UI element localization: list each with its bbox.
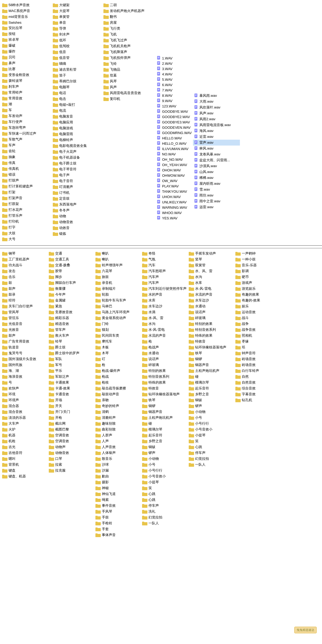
folder-item[interactable]: 水车边沙 xyxy=(141,303,186,309)
file-item[interactable]: WARNING.WAV xyxy=(156,205,192,210)
folder-item[interactable]: 洗礼 xyxy=(141,509,186,514)
folder-item[interactable]: 光效音 xyxy=(1,327,46,333)
folder-item[interactable]: 管车声 xyxy=(48,327,92,333)
folder-dongwuyinxiao[interactable]: 动物音效 xyxy=(52,219,101,225)
folder-dianziqinyinfu[interactable]: 电子琴音符 xyxy=(52,166,101,172)
folder-item[interactable]: 铁琴 xyxy=(188,350,232,356)
folder-item[interactable]: 淡淡的乐器 xyxy=(1,415,46,421)
file-item[interactable]: 风声.wav xyxy=(193,110,240,116)
folder-item[interactable]: 停车声 xyxy=(188,450,232,456)
folder-dajia[interactable]: 打架 xyxy=(1,189,51,195)
file-item[interactable]: OHOH.WAV xyxy=(156,167,192,173)
folder-chuanzhen[interactable]: 传真 xyxy=(1,160,51,166)
folder-item[interactable]: 铜器声音 xyxy=(141,409,186,415)
folder-item[interactable]: 混合音效 xyxy=(1,409,46,415)
folder-item[interactable]: 铜钹 xyxy=(188,397,232,403)
file-item[interactable]: 海风.wav xyxy=(193,128,240,134)
folder-item[interactable]: 钻环块橡枝器落地声 xyxy=(188,344,232,350)
folder-changyong1[interactable]: 常用铃声 xyxy=(1,90,51,95)
file-item[interactable]: ILUVUMAN.WAV xyxy=(156,146,192,151)
file-item[interactable]: 3.WAV xyxy=(156,66,192,71)
folder-boluo[interactable]: 拨铃波琴 xyxy=(1,78,51,84)
folder-item[interactable]: 清鹤 xyxy=(94,409,139,415)
folder-item[interactable]: 砖场音效 xyxy=(234,362,279,368)
folder-item[interactable]: 散音乐 xyxy=(94,456,139,462)
folder-item[interactable]: 光低音音 xyxy=(1,321,46,327)
folder-item[interactable]: 停车声 xyxy=(141,503,186,509)
folder-item[interactable]: 背景机 xyxy=(1,462,46,468)
folder-item[interactable]: 摩托车 xyxy=(94,339,139,344)
folder-item[interactable]: 一队人 xyxy=(141,520,186,526)
folder-diantiling[interactable]: 电梯铃声 xyxy=(52,137,101,143)
folder-dashuihua[interactable]: 打水花声 xyxy=(1,207,51,213)
folder-item[interactable]: 六花琴 xyxy=(94,268,139,274)
folder-item[interactable]: 运动音效 xyxy=(234,309,279,315)
folder-bisai[interactable]: 比赛 xyxy=(1,66,51,72)
folder-item[interactable]: 脚踩自行车声 xyxy=(48,280,92,286)
folder-item[interactable]: 竖琴 xyxy=(188,256,232,262)
folder-dianhua[interactable]: 电话 xyxy=(52,90,101,96)
folder-item[interactable]: 机器 xyxy=(1,432,46,438)
folder-item[interactable]: 工厂里机器声 xyxy=(1,256,46,262)
file-item[interactable]: 盆盆大雨、闪雷雨... xyxy=(193,157,240,163)
folder-item[interactable]: 击乐 xyxy=(1,274,46,280)
file-item[interactable]: 远雷.wav xyxy=(193,204,240,210)
folder-item[interactable]: 小号行行 xyxy=(188,421,232,426)
folder-dianjii[interactable]: 电击 xyxy=(52,96,101,102)
folder-item[interactable]: 铃琴 xyxy=(48,339,92,344)
folder-item[interactable]: 锣声 xyxy=(141,450,186,456)
folder-timba[interactable]: 蒂姆巴尔鼓 xyxy=(52,78,101,84)
folder-item[interactable]: 水库 xyxy=(188,280,232,286)
folder-item[interactable]: 国外民族 xyxy=(1,362,46,368)
file-item[interactable]: YES.WAV xyxy=(156,215,192,221)
folder-mid[interactable]: mid背景音乐 xyxy=(1,14,51,20)
folder-item[interactable]: 奇妙的铃声 xyxy=(94,403,139,409)
file-item[interactable]: 林风.wav xyxy=(193,146,240,151)
folder-item[interactable]: 马林巴 xyxy=(94,303,139,309)
folder-item[interactable]: 叮 xyxy=(94,356,139,362)
folder-item[interactable]: 亲吻 xyxy=(94,397,139,403)
folder-item[interactable]: 枪 xyxy=(141,339,186,344)
folder-item[interactable]: 照相机 xyxy=(234,333,279,339)
folder-item[interactable]: 胶带 xyxy=(48,268,92,274)
folder-item[interactable]: 攻击 xyxy=(1,268,46,274)
folder-item[interactable]: 硬币 xyxy=(234,274,279,280)
folder-item[interactable]: 游览娱乐 xyxy=(234,286,279,292)
folder-58[interactable]: 58种水声音效 xyxy=(1,2,51,8)
folder-item[interactable]: 音乐-乐器 xyxy=(234,262,279,268)
folder-item[interactable]: 汽车声 xyxy=(141,280,186,286)
folder-chesan[interactable]: 车散气声 xyxy=(1,136,51,142)
file-item[interactable]: 沙漠风.wav xyxy=(193,163,240,169)
folder-item[interactable]: 平乐 xyxy=(48,368,92,374)
folder-item[interactable]: 幻觉拉拍 xyxy=(188,456,232,462)
folder-item[interactable]: 枪战 xyxy=(94,374,139,380)
folder-item[interactable]: 小提琴 xyxy=(188,432,232,438)
folder-item[interactable]: 手风琴 xyxy=(94,509,139,514)
folder-jianshuisheng[interactable]: 剑水声 xyxy=(52,31,101,37)
folder-item[interactable]: 鼓录 xyxy=(1,292,46,297)
folder-item[interactable]: 铜锣 xyxy=(141,403,186,409)
folder-beisi[interactable]: 贝司 xyxy=(1,54,51,60)
folder-item[interactable]: 水流的声音 xyxy=(188,292,232,297)
folder-item[interactable]: 小提琴 xyxy=(141,479,186,485)
file-item[interactable]: PLAY.WAV xyxy=(156,183,192,189)
folder-dianliu[interactable]: 电流 xyxy=(52,108,101,114)
folder-dajiangjia[interactable]: 大键架 xyxy=(52,2,101,8)
folder-item[interactable]: 小号音效小 xyxy=(141,473,186,479)
file-item[interactable]: GOODMRNG.WAV xyxy=(156,130,192,135)
folder-didi[interactable]: 嘀嘀 xyxy=(52,61,101,67)
folder-item[interactable]: 人群声 xyxy=(94,432,139,438)
folder-diyinguan[interactable]: 低音管 xyxy=(52,55,101,61)
folder-anbi[interactable]: 安比拉琴 xyxy=(1,25,51,31)
folder-dianzijueshi[interactable]: 电子爵士鼓 xyxy=(52,160,101,166)
folder-item[interactable]: 精选音效 xyxy=(48,321,92,327)
folder-item[interactable]: 特别音效系列 xyxy=(141,374,186,380)
folder-item[interactable]: 一队人 xyxy=(188,462,232,468)
folder-bisheng[interactable]: 鼻声 xyxy=(1,60,51,66)
folder-item[interactable]: 开门/关门 xyxy=(48,409,92,415)
folder-bianxing[interactable]: 变形金刚音效 xyxy=(1,72,51,78)
folder-item[interactable]: 土粒声炮坑机声 xyxy=(188,368,232,374)
folder-item[interactable]: 字幕音效 xyxy=(234,391,279,397)
folder-item[interactable]: 环境声 xyxy=(1,397,46,403)
folder-item[interactable]: 笑 xyxy=(188,438,232,444)
